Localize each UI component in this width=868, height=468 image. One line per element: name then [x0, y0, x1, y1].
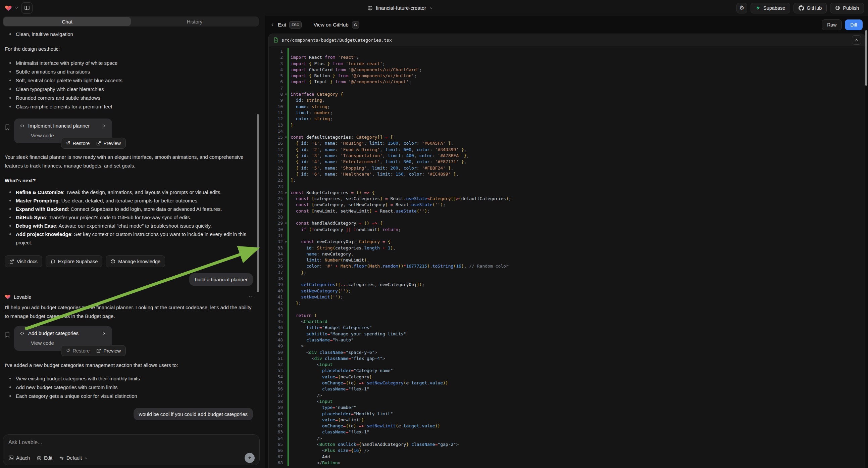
- version-card-add-budget-categories[interactable]: Add budget categories View code ↺Restore…: [14, 326, 112, 351]
- code-line: 59 type="number": [269, 405, 865, 411]
- user-message-bubble: build a financial planner: [189, 273, 253, 286]
- user-message-row: would be cool if you could add budget ca…: [5, 408, 257, 420]
- code-line: 58 <Input: [269, 399, 865, 405]
- restore-icon: ↺: [66, 348, 70, 353]
- code-line: 61 value={newLimit}: [269, 417, 865, 423]
- preview-button[interactable]: Preview: [96, 141, 121, 146]
- diff-added-gutter: [287, 116, 288, 122]
- edit-mode-button[interactable]: Edit: [37, 455, 52, 461]
- toggle-sidebar-button[interactable]: [21, 2, 33, 14]
- bookmark-icon[interactable]: [5, 124, 10, 130]
- version-card-title: Implement financial planner: [28, 123, 90, 128]
- manage-knowledge-button[interactable]: Manage knowledge: [106, 256, 165, 267]
- code-line: 64 />: [269, 435, 865, 441]
- diff-added-gutter: [287, 239, 288, 245]
- chat-scroll-area[interactable]: Clean, intuitive navigation For the desi…: [0, 27, 265, 433]
- restore-button[interactable]: ↺Restore: [66, 348, 90, 353]
- diff-added-gutter: [287, 386, 288, 392]
- collapse-file-button[interactable]: [852, 35, 861, 45]
- fold-chevron-icon[interactable]: ∨: [285, 134, 287, 140]
- assistant-name: Lovable: [14, 294, 32, 300]
- code-line: 13}: [269, 122, 865, 128]
- github-button[interactable]: GitHub: [794, 3, 827, 13]
- settings-button[interactable]: ⚙: [737, 3, 747, 13]
- whats-next-list: Refine & Customize: Tweak the design, an…: [5, 188, 257, 247]
- top-header: financial-future-creator ⚙ Supabase GitH…: [0, 0, 868, 16]
- supabase-button[interactable]: Supabase: [750, 3, 790, 13]
- fold-chevron-icon[interactable]: ∨: [285, 190, 287, 196]
- model-mode-select[interactable]: Default: [59, 455, 88, 461]
- ready-paragraph: Your sleek financial planner is now read…: [5, 153, 257, 170]
- bookmark-icon[interactable]: [5, 331, 10, 338]
- code-line: 37 };: [269, 270, 865, 275]
- diff-added-gutter: [287, 306, 288, 312]
- diff-added-gutter: [287, 300, 288, 306]
- diff-added-gutter: [287, 325, 288, 331]
- view-on-github-label: View on GitHub: [314, 22, 349, 28]
- window-scrollbar-thumb[interactable]: [865, 30, 867, 86]
- view-on-github-link[interactable]: View on GitHub G: [314, 21, 360, 29]
- lovable-logo-heart-icon[interactable]: [5, 4, 12, 12]
- code-line: 15∨const defaultCategories: Category[] =…: [269, 134, 865, 140]
- code-line: 20 { id: '5', name: 'Shopping', limit: 2…: [269, 165, 865, 171]
- diff-added-gutter: [287, 288, 288, 294]
- version-card-implement-financial-planner[interactable]: Implement financial planner View code ↺R…: [14, 118, 112, 143]
- code-line: 14: [269, 128, 865, 134]
- supabase-bolt-icon: [755, 5, 761, 10]
- scrolled-bullet-list: Clean, intuitive navigation: [5, 30, 257, 39]
- version-card-title: Add budget categories: [28, 330, 79, 336]
- list-item: Clean typography with clear hierarchies: [5, 85, 257, 94]
- list-item: Clean, intuitive navigation: [5, 30, 257, 39]
- diff-toggle-button[interactable]: Diff: [845, 20, 863, 30]
- external-link-icon: [96, 349, 101, 353]
- assistant-header: Lovable ⋯: [5, 294, 257, 300]
- fold-chevron-icon[interactable]: ∨: [285, 239, 287, 245]
- exit-button[interactable]: Exit ESC: [271, 21, 302, 29]
- tab-history[interactable]: History: [131, 17, 258, 26]
- circle-dot-icon: [37, 456, 41, 461]
- send-button[interactable]: [245, 453, 255, 463]
- version-card-1-wrap: Implement financial planner View code ↺R…: [5, 118, 257, 143]
- diff-added-gutter: [287, 275, 288, 282]
- code-line: 2import React from 'react';: [269, 54, 865, 60]
- diff-added-gutter: [287, 54, 288, 60]
- visit-docs-button[interactable]: Visit docs: [5, 256, 42, 267]
- publish-button[interactable]: Publish: [830, 3, 864, 13]
- prompt-input[interactable]: [8, 439, 255, 449]
- diff-added-gutter: [287, 184, 288, 190]
- code-line: 54 value={newCategory}: [269, 374, 865, 380]
- code-line: 33 id: String(categories.length + 1),: [269, 245, 865, 251]
- lovable-avatar-heart-icon: [5, 294, 11, 300]
- attach-button[interactable]: Attach: [8, 455, 30, 461]
- code-line: 38: [269, 275, 865, 282]
- version-toolbar-2: ↺Restore Preview: [61, 345, 126, 356]
- fold-chevron-icon[interactable]: ∨: [285, 91, 287, 97]
- list-item: Rounded corners and subtle shadows: [5, 94, 257, 103]
- more-options-icon[interactable]: ⋯: [249, 294, 254, 300]
- chevron-right-icon[interactable]: [102, 331, 106, 335]
- chat-scrollbar-thumb[interactable]: [257, 114, 259, 292]
- restore-button[interactable]: ↺Restore: [66, 141, 90, 146]
- fold-chevron-icon[interactable]: ∨: [285, 220, 287, 226]
- code-line: 45 <ChartCard: [269, 319, 865, 325]
- help-paragraph: I'll help you add budget categories to t…: [5, 303, 257, 321]
- diff-added-gutter: [287, 165, 288, 171]
- code-line: 17 { id: '2', name: 'Food & Dining', lim…: [269, 147, 865, 153]
- project-switcher[interactable]: financial-future-creator: [367, 0, 433, 16]
- tab-chat[interactable]: Chat: [3, 17, 131, 26]
- logo-chevron-down-icon[interactable]: [15, 6, 19, 10]
- diff-added-gutter: [287, 122, 288, 128]
- code-line: 42 };: [269, 300, 865, 306]
- code-line: 66 <Plus size={16} />: [269, 447, 865, 454]
- code-line: 7: [269, 85, 865, 91]
- diff-added-gutter: [287, 319, 288, 325]
- preview-button[interactable]: Preview: [96, 348, 121, 353]
- code-editor[interactable]: 12import React from 'react';3import { Pl…: [269, 46, 865, 466]
- diff-added-gutter: [287, 61, 288, 67]
- explore-supabase-button[interactable]: Explore Supabase: [45, 256, 103, 267]
- raw-toggle-button[interactable]: Raw: [822, 20, 842, 30]
- list-item: Soft, neutral color palette with light b…: [5, 76, 257, 85]
- chevron-right-icon[interactable]: [102, 124, 106, 128]
- file-path-bar[interactable]: src/components/budget/BudgetCategories.t…: [269, 34, 865, 46]
- list-item: Subtle animations and transitions: [5, 67, 257, 76]
